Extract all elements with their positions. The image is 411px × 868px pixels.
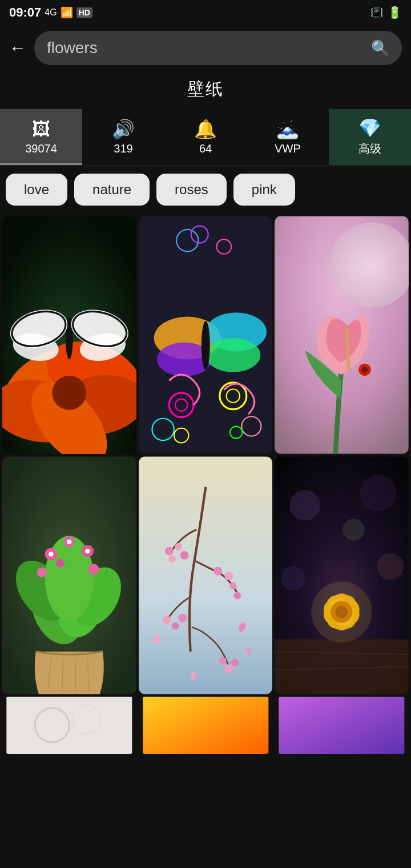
- status-right: 📳 🔋: [370, 6, 402, 19]
- svg-rect-98: [143, 697, 268, 754]
- tab-vwp[interactable]: 🗻 VWP: [247, 109, 329, 165]
- svg-point-34: [362, 367, 368, 373]
- sound-tab-icon: 🔊: [112, 118, 135, 140]
- tag-nature[interactable]: nature: [74, 174, 150, 206]
- search-bar-row: ← flowers 🔍: [0, 25, 411, 71]
- category-tabs: 🖼 39074 🔊 319 🔔 64 🗻 VWP 💎 高级: [0, 109, 411, 166]
- tag-roses[interactable]: roses: [156, 174, 227, 206]
- tab-bell[interactable]: 🔔 64: [164, 109, 247, 165]
- search-icon[interactable]: 🔍: [371, 39, 389, 57]
- status-time: 09:07 4G 📶 HD: [9, 5, 92, 20]
- image-card-6[interactable]: [275, 456, 409, 694]
- partial-card-1[interactable]: [2, 697, 136, 754]
- tab-premium[interactable]: 💎 高级: [329, 109, 411, 165]
- vibrate-icon: 📳: [370, 6, 383, 19]
- back-button[interactable]: ←: [9, 38, 26, 58]
- svg-point-66: [224, 665, 233, 673]
- svg-point-64: [171, 622, 179, 630]
- wallpaper-tab-label: 39074: [25, 142, 57, 155]
- svg-point-52: [67, 540, 72, 545]
- tab-wallpaper[interactable]: 🖼 39074: [0, 109, 82, 165]
- svg-point-62: [229, 582, 237, 590]
- image-card-3[interactable]: [275, 216, 409, 454]
- svg-point-80: [377, 553, 404, 580]
- image-card-1[interactable]: [2, 216, 136, 454]
- svg-point-68: [231, 659, 239, 666]
- image-card-5[interactable]: [139, 456, 273, 694]
- svg-point-94: [311, 581, 372, 642]
- time-display: 09:07: [9, 5, 41, 20]
- status-bar: 09:07 4G 📶 HD 📳 🔋: [0, 0, 411, 25]
- premium-tab-label: 高级: [358, 141, 381, 156]
- page-title-row: 壁纸: [0, 71, 411, 109]
- partial-image-row: [0, 697, 411, 756]
- svg-point-63: [162, 616, 171, 624]
- image-grid: [0, 214, 411, 697]
- svg-point-49: [88, 564, 99, 574]
- signal-icon: 4G: [45, 7, 57, 18]
- svg-point-48: [37, 568, 47, 577]
- svg-point-21: [206, 338, 260, 372]
- svg-point-77: [290, 490, 320, 520]
- vwp-tab-icon: 🗻: [276, 118, 299, 140]
- svg-point-51: [49, 552, 54, 557]
- svg-point-56: [175, 543, 182, 550]
- tag-love[interactable]: love: [6, 174, 67, 206]
- page-title: 壁纸: [187, 79, 224, 98]
- premium-tab-icon: 💎: [358, 117, 381, 139]
- partial-card-2[interactable]: [139, 697, 273, 754]
- svg-point-50: [56, 559, 65, 568]
- tags-row: love nature roses pink: [0, 166, 411, 214]
- tag-pink[interactable]: pink: [233, 174, 295, 206]
- svg-point-78: [360, 475, 397, 512]
- svg-point-81: [343, 519, 365, 541]
- svg-point-53: [85, 549, 90, 554]
- svg-point-59: [213, 567, 222, 576]
- search-input-wrap[interactable]: flowers 🔍: [34, 31, 402, 65]
- svg-point-58: [168, 556, 176, 563]
- vwp-tab-label: VWP: [275, 142, 301, 155]
- svg-point-61: [233, 592, 241, 600]
- bell-tab-icon: 🔔: [194, 118, 217, 140]
- svg-point-6: [52, 376, 86, 410]
- hd-badge: HD: [76, 7, 92, 18]
- image-card-2[interactable]: [139, 216, 273, 454]
- svg-point-57: [180, 551, 188, 560]
- svg-point-65: [178, 614, 187, 622]
- wifi-icon: 📶: [61, 6, 73, 19]
- svg-point-79: [281, 566, 305, 591]
- svg-point-67: [219, 657, 226, 665]
- search-query: flowers: [47, 39, 365, 57]
- partial-card-3[interactable]: [275, 697, 409, 754]
- svg-point-60: [224, 572, 233, 580]
- svg-point-55: [165, 547, 174, 556]
- battery-icon: 🔋: [388, 6, 402, 19]
- image-card-4[interactable]: [2, 456, 136, 694]
- svg-point-22: [202, 321, 210, 369]
- tab-sound[interactable]: 🔊 319: [82, 109, 164, 165]
- sound-tab-label: 319: [114, 142, 132, 155]
- wallpaper-tab-icon: 🖼: [32, 119, 50, 140]
- svg-rect-99: [279, 697, 405, 754]
- bell-tab-label: 64: [199, 142, 212, 155]
